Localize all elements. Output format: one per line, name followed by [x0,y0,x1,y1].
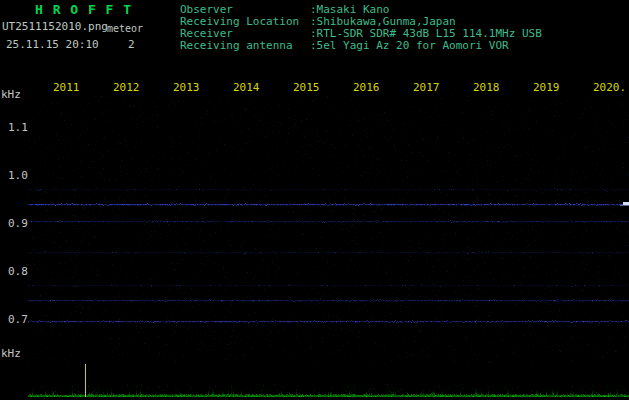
y-tick-1-0: 1.0 [8,169,28,182]
signal-level-strip [28,364,629,397]
time-label: 2017 [413,81,440,94]
time-label: 2014 [233,81,260,94]
header-row-receiver: Receiver :RTL-SDR SDR# 43dB L15 114.1MHz… [0,27,629,39]
field-value-antenna: :5el Yagi Az 20 for Aomori VOR [310,39,509,52]
header-row-location: Receiving Location :Shibukawa,Gunma,Japa… [0,15,629,27]
time-label: 2019 [533,81,560,94]
spectrogram-canvas [28,95,629,363]
y-tick-1-1: 1.1 [8,121,28,134]
time-ruler: 2011201220132014201520162017201820192020… [0,81,629,93]
y-unit-bottom: kHz [1,347,21,360]
field-label-antenna: Receiving antenna [180,39,293,52]
time-label: 2015 [293,81,320,94]
y-tick-0-7: 0.7 [8,313,28,326]
hrofft-screen: H R O F F T UT2511152010.png meteor 25.1… [0,0,629,400]
y-tick-0-8: 0.8 [8,265,28,278]
y-tick-0-9: 0.9 [8,217,28,230]
time-label: 2013 [173,81,200,94]
time-label: 2016 [353,81,380,94]
time-label: 2012 [113,81,140,94]
time-label: 2018 [473,81,500,94]
time-label: 2011 [53,81,80,94]
header-row-antenna: Receiving antenna :5el Yagi Az 20 for Ao… [0,39,629,51]
y-unit-top: kHz [1,88,21,101]
header-row-observer: Observer :Masaki Kano [0,3,629,15]
time-label: 2020. [593,81,626,94]
